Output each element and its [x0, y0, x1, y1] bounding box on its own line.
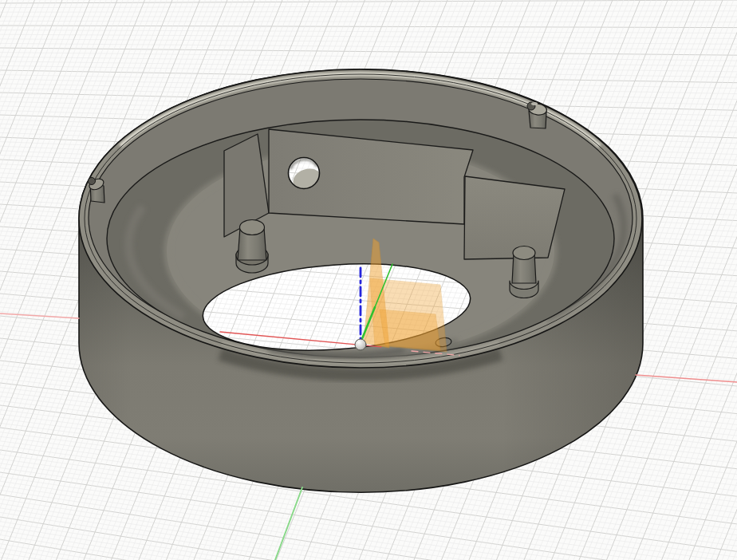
boss-post-right[interactable]	[510, 246, 538, 298]
origin-sphere[interactable]	[355, 339, 366, 350]
sketch-plane-flat-2[interactable]	[380, 310, 440, 350]
clip-notch	[89, 178, 96, 185]
right-wall[interactable]	[464, 176, 565, 259]
clip-highlight	[531, 102, 538, 105]
cad-viewport[interactable]	[0, 0, 737, 560]
boss-post-left[interactable]	[236, 220, 268, 274]
snap-clip-right[interactable]	[527, 102, 547, 128]
